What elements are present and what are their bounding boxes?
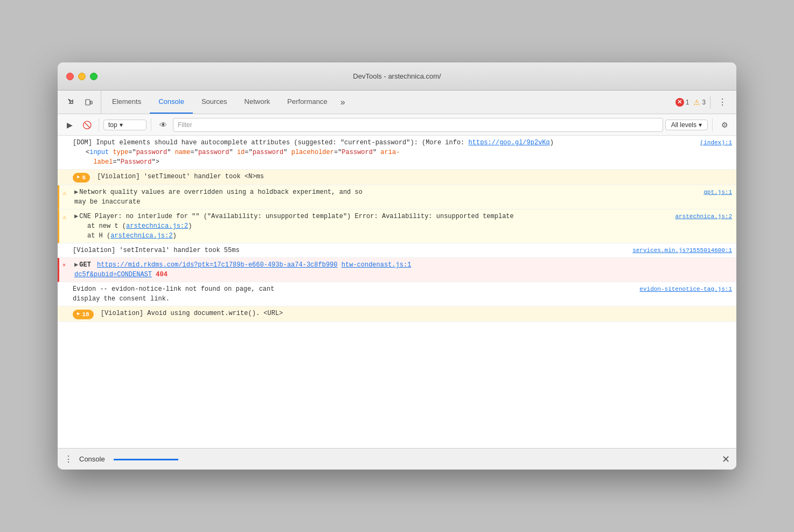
bottom-close-button[interactable]: ✕: [722, 453, 730, 465]
run-button[interactable]: ▶: [62, 117, 77, 132]
svg-rect-0: [86, 100, 90, 105]
console-entry-1: [DOM] Input elements should have autocom…: [58, 136, 736, 170]
entry-content-8: ▶ 18 [Violation] Avoid using document.wr…: [73, 309, 732, 319]
svg-rect-1: [90, 101, 92, 104]
titlebar: DevTools - arstechnica.com/: [58, 62, 736, 90]
tab-performance[interactable]: Performance: [278, 90, 336, 114]
toolbar-divider-3: [712, 118, 713, 131]
console-entry-7: Evidon -- evidon-notice-link not found o…: [58, 282, 736, 306]
toolbar-divider-2: [151, 118, 151, 131]
entry-source-1[interactable]: (index):1: [700, 138, 732, 148]
tab-icon-group: [60, 90, 101, 114]
console-entry-5: [Violation] 'setInterval' handler took 5…: [58, 243, 736, 258]
devtools-window: DevTools - arstechnica.com/ Elements Con…: [58, 62, 736, 470]
tab-console[interactable]: Console: [150, 90, 193, 114]
expand-arrow-3[interactable]: ▶: [74, 188, 78, 196]
entry-content-7: Evidon -- evidon-notice-link not found o…: [73, 284, 635, 304]
console-toolbar: ▶ 🚫 top ▾ 👁 All levels ▾ ⚙: [58, 114, 736, 136]
error-count: 1: [686, 99, 689, 106]
context-dropdown-arrow: ▾: [120, 121, 123, 129]
link-rkdms[interactable]: https://mid.rkdms.com/ids?ptk=17c1789b-e…: [97, 261, 337, 269]
expand-arrow-4[interactable]: ▶: [74, 213, 78, 220]
levels-arrow: ▾: [699, 121, 702, 129]
link-pubid[interactable]: dc5f&pubid=CONDENAST: [74, 271, 152, 278]
link-arstechnica-2a[interactable]: arstechnica.js:2: [126, 222, 188, 230]
tab-right-divider: [710, 96, 711, 109]
levels-dropdown[interactable]: All levels ▾: [665, 120, 708, 130]
more-tabs-button[interactable]: »: [336, 90, 350, 114]
console-output: [DOM] Input elements should have autocom…: [58, 136, 736, 448]
inspector-icon[interactable]: [64, 95, 79, 110]
link-htw-condenast[interactable]: htw-condenast.js:1: [342, 261, 412, 269]
entry-source-4[interactable]: arstechnica.js:2: [675, 212, 732, 221]
tab-right-section: ✕ 1 ⚠ 3 ⋮: [675, 90, 734, 114]
tab-elements[interactable]: Elements: [103, 90, 150, 114]
entry-content-4: ▶CNE Player: no interlude for "" ("Avail…: [74, 212, 671, 241]
tab-sources[interactable]: Sources: [193, 90, 236, 114]
entry-source-5[interactable]: services.min.js?1555014600:1: [632, 246, 732, 255]
violation-badge-1[interactable]: ▶ 6: [73, 173, 90, 183]
warning-badge: ⚠ 3: [693, 98, 706, 107]
entry-content-3: ▶Network quality values are overridden u…: [74, 187, 699, 207]
settings-icon[interactable]: ⋮: [715, 95, 730, 110]
error-icon-6: ✕: [62, 261, 66, 269]
maximize-button[interactable]: [90, 73, 97, 80]
warn-icon-4: ⚠: [62, 213, 66, 222]
tab-network[interactable]: Network: [236, 90, 279, 114]
entry-content-1: [DOM] Input elements should have autocom…: [73, 138, 696, 167]
close-button[interactable]: [66, 73, 74, 80]
violation-badge-2[interactable]: ▶ 18: [73, 310, 94, 320]
entry-content-6: ▶GET https://mid.rkdms.com/ids?ptk=17c17…: [74, 260, 732, 279]
status-404: 404: [156, 271, 168, 278]
console-entry-4: ⚠ ▶CNE Player: no interlude for "" ("Ava…: [58, 209, 736, 243]
bottom-bar: ⋮ Console ✕: [58, 448, 736, 470]
console-entry-8: ▶ 18 [Violation] Avoid using document.wr…: [58, 306, 736, 322]
entry-source-7[interactable]: evidon-sitenotice-tag.js:1: [639, 284, 732, 294]
gear-icon[interactable]: ⚙: [717, 117, 732, 132]
context-selector[interactable]: top ▾: [103, 120, 147, 130]
minimize-button[interactable]: [78, 73, 86, 80]
expand-arrow-6[interactable]: ▶: [74, 261, 78, 269]
progress-bar: [114, 459, 178, 460]
device-mode-icon[interactable]: [81, 95, 96, 110]
console-entry-2: ▶ 6 [Violation] 'setTimeout' handler too…: [58, 170, 736, 185]
clear-button[interactable]: 🚫: [79, 117, 94, 132]
console-entry-3: ⚠ ▶Network quality values are overridden…: [58, 185, 736, 209]
levels-label: All levels: [671, 121, 697, 129]
eye-button[interactable]: 👁: [156, 117, 171, 132]
context-value: top: [108, 121, 117, 129]
bottom-bar-label: Console: [79, 455, 105, 463]
window-title: DevTools - arstechnica.com/: [353, 72, 441, 80]
error-icon: ✕: [675, 98, 684, 107]
warning-icon: ⚠: [693, 98, 700, 107]
warn-icon-3: ⚠: [62, 188, 66, 198]
error-badge: ✕ 1: [675, 98, 689, 107]
filter-input[interactable]: [173, 118, 663, 132]
link-arstechnica-2b[interactable]: arstechnica.js:2: [110, 232, 172, 240]
traffic-lights: [66, 73, 97, 80]
bottom-dots-icon[interactable]: ⋮: [64, 454, 73, 464]
warning-count: 3: [702, 99, 706, 106]
entry-content-5: [Violation] 'setInterval' handler took 5…: [73, 246, 628, 255]
http-method: GET: [79, 261, 91, 269]
entry-source-3[interactable]: gpt.js:1: [704, 187, 732, 197]
toolbar-divider-1: [99, 118, 99, 131]
console-entry-6: ✕ ▶GET https://mid.rkdms.com/ids?ptk=17c…: [58, 258, 736, 282]
entry-content-2: ▶ 6 [Violation] 'setTimeout' handler too…: [73, 172, 732, 183]
tabbar: Elements Console Sources Network Perform…: [58, 90, 736, 114]
link-goo-gl[interactable]: https://goo.gl/9p2vKq: [469, 139, 550, 146]
